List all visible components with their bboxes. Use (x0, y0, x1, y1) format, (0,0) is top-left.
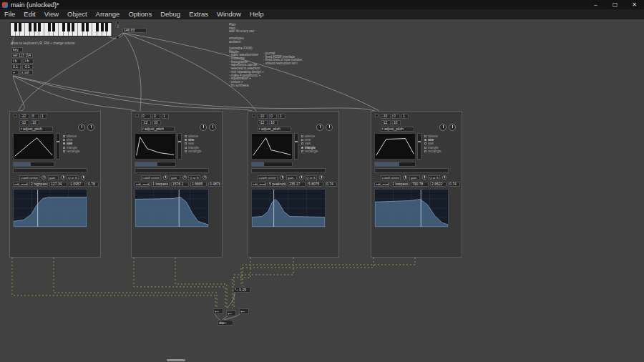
filter-response-graph[interactable] (374, 189, 449, 228)
level-vslider[interactable] (177, 133, 182, 160)
min-number[interactable]: -12 (19, 120, 29, 125)
menu-options[interactable]: Options (124, 9, 156, 19)
gain-value[interactable]: 1.6665 (190, 182, 207, 187)
black-key[interactable] (52, 23, 55, 31)
gain-knob[interactable] (422, 175, 426, 180)
env-time-slider[interactable] (13, 162, 54, 167)
cutoff-knob[interactable] (280, 175, 284, 180)
cutoff-value[interactable]: 1578.1 (171, 182, 189, 187)
transpose-number[interactable]: -10 (258, 114, 268, 119)
detune-number[interactable]: 0 (152, 114, 160, 119)
menu-edit[interactable]: Edit (19, 9, 39, 19)
mixer-object--0-25[interactable]: *~ 0.25 (233, 287, 250, 293)
module-toggle[interactable] (375, 114, 379, 117)
filter-response-graph[interactable] (135, 189, 209, 228)
black-key[interactable] (34, 23, 36, 31)
black-key[interactable] (86, 23, 89, 31)
envelope-graph[interactable] (13, 133, 54, 160)
midi-keyboard[interactable] (10, 22, 112, 36)
module-toggle[interactable] (14, 114, 17, 117)
receive-object[interactable]: r adjust_pitch (258, 127, 291, 132)
transpose-number[interactable]: -10 (381, 114, 391, 119)
transpose-number[interactable]: 0 (141, 114, 151, 119)
patch-canvas[interactable]: 146.83 allow us keyboard L/R, RM + chang… (0, 19, 644, 362)
filter-response-graph[interactable] (13, 189, 87, 228)
black-key[interactable] (101, 23, 104, 31)
level-vslider[interactable] (417, 133, 421, 160)
knob-1[interactable] (78, 124, 85, 131)
filter-type-select[interactable]: 1 lowpass (151, 182, 170, 187)
q-knob[interactable] (442, 175, 447, 180)
menu-help[interactable]: Help (245, 9, 268, 19)
filter-type-select[interactable]: 5 peaknotch (268, 182, 286, 187)
level-vslider[interactable] (294, 133, 298, 160)
filter-response-graph[interactable] (251, 189, 326, 228)
min-number[interactable]: -12 (381, 120, 391, 125)
gain-knob[interactable] (182, 175, 187, 180)
black-key[interactable] (67, 23, 70, 31)
knob-2[interactable] (326, 124, 333, 131)
octave-number[interactable]: 1 (278, 114, 286, 119)
cutoff-value[interactable]: 790.78 (411, 182, 429, 187)
black-key[interactable] (105, 23, 108, 31)
chain-object[interactable]: sel 113 114 (11, 53, 33, 58)
message-bar[interactable] (374, 168, 449, 173)
mixer-object--[interactable]: +~ (226, 310, 236, 316)
gain-knob[interactable] (61, 175, 65, 180)
wave-option-rectangle[interactable]: rectangle (63, 150, 84, 153)
env-time-slider[interactable] (251, 162, 293, 167)
mixer-object--[interactable]: +~ (239, 308, 249, 314)
detune-number[interactable]: 0 (269, 114, 277, 119)
black-key[interactable] (62, 23, 65, 31)
message-bar[interactable] (251, 168, 326, 173)
cutoff-knob[interactable] (163, 175, 167, 180)
menu-window[interactable]: Window (213, 9, 245, 19)
chain-object[interactable]: -0.1 (22, 64, 33, 69)
black-key[interactable] (82, 23, 84, 31)
io-bang[interactable] (116, 36, 119, 39)
knob-1[interactable] (439, 124, 447, 131)
menu-file[interactable]: File (0, 9, 19, 19)
close-icon[interactable]: ✕ (625, 0, 644, 9)
q-value[interactable]: 0.74 (448, 182, 460, 187)
q-knob[interactable] (319, 175, 323, 180)
wave-option-rectangle[interactable]: rectangle (424, 150, 446, 153)
black-key[interactable] (96, 23, 99, 31)
menu-extras[interactable]: Extras (185, 9, 213, 19)
octave-number[interactable]: 1 (401, 114, 409, 119)
receive-object[interactable]: r adjust_pitch (141, 127, 175, 132)
black-key[interactable] (29, 23, 31, 31)
knob-2[interactable] (87, 124, 94, 131)
min-number[interactable]: -12 (258, 120, 268, 125)
knob-1[interactable] (200, 124, 207, 131)
max-number[interactable]: 10 (152, 120, 161, 125)
message-bar[interactable] (135, 168, 209, 173)
chain-object[interactable]: 0.1 (11, 64, 21, 69)
maximize-icon[interactable]: ▢ (605, 0, 625, 9)
chain-object[interactable]: + (11, 70, 19, 75)
cutoff-value[interactable]: 235.17 (288, 182, 306, 187)
black-key[interactable] (48, 23, 51, 31)
mixer-object-dac-[interactable]: dac~ (218, 320, 233, 326)
black-key[interactable] (19, 23, 21, 31)
wave-option-rectangle[interactable]: rectangle (185, 150, 206, 153)
filter-type-select[interactable]: 1 lowpass (391, 182, 409, 187)
horizontal-scrollbar[interactable] (167, 359, 185, 361)
envelope-graph[interactable] (374, 133, 416, 160)
max-number[interactable]: 10 (31, 120, 39, 125)
black-key[interactable] (14, 23, 17, 31)
receive-object[interactable]: r adjust_pitch (381, 127, 414, 132)
min-number[interactable]: -12 (141, 120, 151, 125)
chain-object[interactable]: key (11, 47, 23, 52)
gain-value[interactable]: 1.0957 (69, 182, 85, 187)
q-value[interactable]: 0.4878 (208, 182, 220, 187)
menu-object[interactable]: Object (63, 9, 91, 19)
minimize-icon[interactable]: – (586, 0, 605, 9)
cutoff-knob[interactable] (42, 175, 46, 180)
transpose-number[interactable]: -12 (19, 114, 29, 119)
io-toggle[interactable] (116, 21, 119, 24)
q-value[interactable]: 0.74 (325, 182, 337, 187)
black-key[interactable] (72, 23, 74, 31)
q-value[interactable]: 0.78 (87, 182, 99, 187)
q-knob[interactable] (203, 175, 207, 180)
